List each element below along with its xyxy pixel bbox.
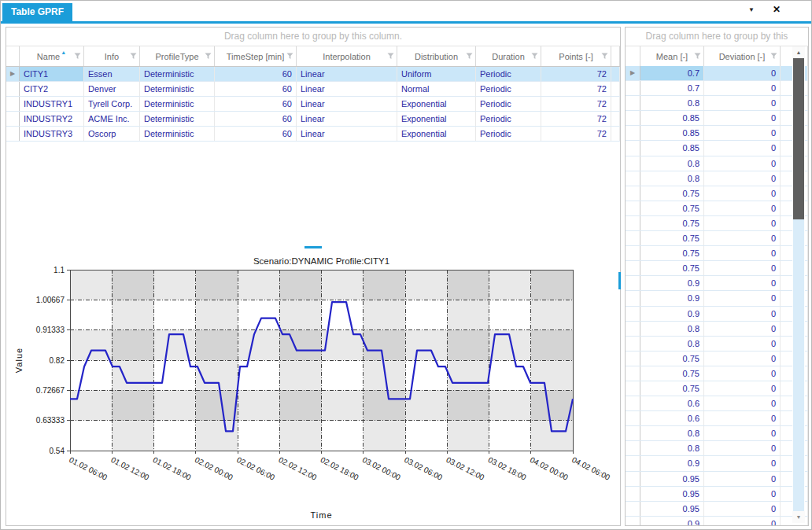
vertical-splitter-grip[interactable] [618,272,621,289]
filter-icon[interactable] [387,53,394,60]
cell[interactable]: Exponential [397,127,476,141]
filter-icon[interactable] [770,53,777,60]
column-header-points-[interactable]: Points [-] [541,46,611,66]
table-row[interactable]: 0.750 [626,201,808,216]
scrollbar-down-icon[interactable]: ▼ [792,511,805,523]
column-header-interpolation[interactable]: Interpolation [297,46,397,66]
cell[interactable]: Periodic [476,67,541,81]
vertical-scrollbar[interactable]: ▲ ▼ [792,46,805,523]
cell[interactable]: Uniform [397,67,476,81]
cell[interactable]: 0 [704,111,781,125]
filter-icon[interactable] [130,53,137,60]
cell[interactable]: 72 [541,82,611,96]
cell[interactable]: 0 [704,456,781,470]
cell[interactable]: Deterministic [140,82,215,96]
cell[interactable]: 0.9 [640,291,704,305]
cell[interactable]: CITY1 [20,67,84,81]
filter-icon[interactable] [74,53,81,60]
horizontal-splitter-grip[interactable] [304,246,322,248]
cell[interactable]: 0.75 [640,381,704,396]
cell[interactable]: 0 [704,472,781,486]
cell[interactable]: Linear [297,127,397,141]
cell[interactable]: 0.85 [640,141,704,155]
cell[interactable]: 0.8 [640,426,704,440]
cell[interactable]: 0 [704,81,781,95]
table-row[interactable]: 0.750 [626,381,808,396]
cell[interactable]: Periodic [476,82,541,96]
column-header-distribution[interactable]: Distribution [397,46,476,66]
cell[interactable]: 0.95 [640,502,704,516]
cell[interactable]: 72 [541,67,611,81]
cell[interactable]: 72 [541,97,611,111]
cell[interactable]: 0 [704,307,781,321]
cell[interactable]: 60 [215,127,297,141]
tab-table-gprf[interactable]: Table GPRF [2,3,72,21]
cell[interactable]: 72 [541,112,611,126]
cell[interactable]: Oscorp [84,127,140,141]
table-row[interactable]: 0.950 [626,487,808,502]
cell[interactable]: 60 [215,82,297,96]
table-row[interactable]: 0.90 [626,291,808,306]
column-header-info[interactable]: Info [84,46,140,66]
column-header-name[interactable]: Name▲ [20,46,84,66]
column-header-deviation-[interactable]: Deviation [-] [704,46,781,66]
table-row[interactable]: 0.80 [626,171,808,186]
cell[interactable]: CITY2 [20,82,84,96]
cell[interactable]: 0 [704,66,781,80]
cell[interactable]: Linear [297,112,397,126]
cell[interactable]: 0 [704,337,781,351]
table-row[interactable]: 0.950 [626,472,808,487]
cell[interactable]: Deterministic [140,127,215,141]
cell[interactable]: 0 [704,216,781,230]
table-row[interactable]: 0.80 [626,426,808,441]
cell[interactable]: 0 [704,291,781,305]
cell[interactable]: 0 [704,141,781,155]
cell[interactable]: 0.75 [640,246,704,260]
cell[interactable]: Denver [84,82,140,96]
table-row[interactable]: ▶CITY1EssenDeterministic60LinearUniformP… [6,67,620,82]
table-row[interactable]: 0.850 [626,111,808,126]
cell[interactable]: 0.75 [640,351,704,366]
cell[interactable]: Linear [297,97,397,111]
table-row[interactable]: CITY2DenverDeterministic60LinearNormalPe… [6,82,620,97]
table-row[interactable]: 0.60 [626,396,808,411]
cell[interactable]: Deterministic [140,112,215,126]
cell[interactable]: Exponential [397,112,476,126]
cell[interactable]: Deterministic [140,67,215,81]
column-header-profiletype[interactable]: ProfileType [140,46,215,66]
cell[interactable]: 0 [704,381,781,396]
group-by-bar-right[interactable]: Drag column here to group by this [626,28,808,46]
cell[interactable]: 0.6 [640,396,704,410]
cell[interactable]: Linear [297,67,397,81]
cell[interactable]: 0 [704,441,781,455]
cell[interactable]: 0 [704,366,781,381]
cell[interactable]: INDUSTRY3 [20,127,84,141]
cell[interactable]: 0 [704,276,781,290]
table-row[interactable]: 0.70 [626,81,808,96]
table-row[interactable]: INDUSTRY3OscorpDeterministic60LinearExpo… [6,127,620,142]
table-row[interactable]: 0.80 [626,322,808,337]
table-row[interactable]: ▶0.70 [626,66,808,81]
cell[interactable]: 0.8 [640,96,704,110]
table-row[interactable]: 0.80 [626,441,808,456]
cell[interactable]: 0 [704,487,781,501]
filter-icon[interactable] [601,53,608,60]
close-icon[interactable]: ✕ [773,4,781,15]
table-row[interactable]: 0.750 [626,246,808,261]
cell[interactable]: Periodic [476,112,541,126]
cell[interactable]: 0.9 [640,456,704,470]
cell[interactable]: INDUSTRY1 [20,97,84,111]
cell[interactable]: Exponential [397,97,476,111]
table-row[interactable]: 0.750 [626,351,808,366]
chevron-down-icon[interactable]: ▼ [748,6,755,13]
cell[interactable]: 0.75 [640,231,704,245]
table-row[interactable]: 0.60 [626,411,808,426]
column-header-mean-[interactable]: Mean [-] [640,46,704,66]
cell[interactable]: 0.9 [640,276,704,290]
table-row[interactable]: 0.80 [626,156,808,171]
cell[interactable]: Essen [84,67,140,81]
table-row[interactable]: 0.90 [626,456,808,471]
cell[interactable]: 0 [704,126,781,140]
table-row[interactable]: INDUSTRY2ACME Inc.Deterministic60LinearE… [6,112,620,127]
filter-icon[interactable] [466,53,473,60]
